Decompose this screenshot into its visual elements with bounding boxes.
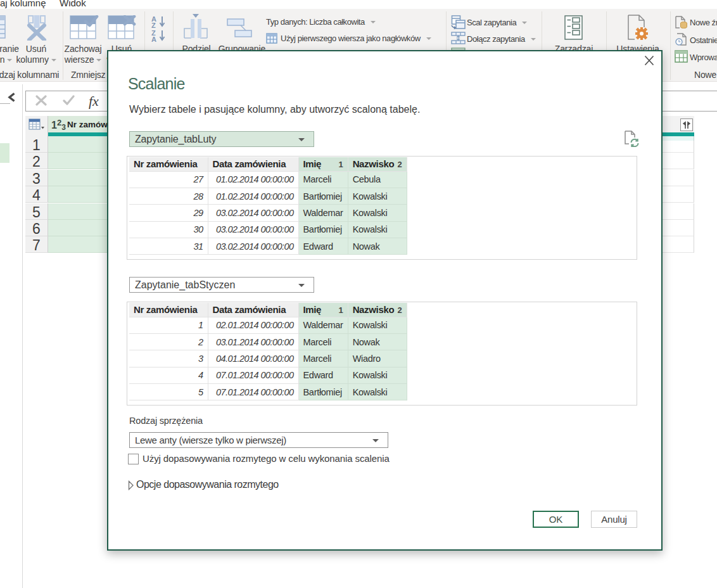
svg-text:Z: Z bbox=[151, 22, 156, 28]
svg-text:A: A bbox=[151, 35, 156, 42]
